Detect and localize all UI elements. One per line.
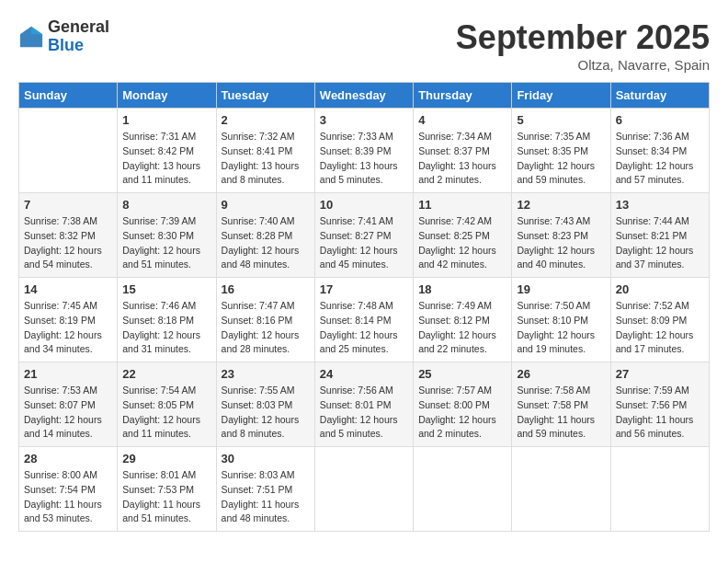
day-info: Sunrise: 7:38 AMSunset: 8:32 PMDaylight:… [24,214,112,272]
calendar-table: SundayMondayTuesdayWednesdayThursdayFrid… [18,82,710,532]
day-number: 4 [418,113,506,127]
day-info: Sunrise: 8:01 AMSunset: 7:53 PMDaylight:… [122,468,210,526]
calendar-cell: 19Sunrise: 7:50 AMSunset: 8:10 PMDayligh… [512,278,610,362]
calendar-cell: 3Sunrise: 7:33 AMSunset: 8:39 PMDaylight… [314,109,413,193]
calendar-cell: 21Sunrise: 7:53 AMSunset: 8:07 PMDayligh… [19,362,118,447]
calendar-cell: 28Sunrise: 8:00 AMSunset: 7:54 PMDayligh… [19,447,118,532]
header-day-friday: Friday [512,83,610,109]
calendar-cell [610,447,709,532]
calendar-cell: 5Sunrise: 7:35 AMSunset: 8:35 PMDaylight… [512,109,610,193]
day-number: 11 [418,198,506,212]
week-row-3: 14Sunrise: 7:45 AMSunset: 8:19 PMDayligh… [19,278,710,362]
day-info: Sunrise: 7:53 AMSunset: 8:07 PMDaylight:… [24,384,112,442]
calendar-cell: 4Sunrise: 7:34 AMSunset: 8:37 PMDaylight… [414,109,512,193]
calendar-cell: 20Sunrise: 7:52 AMSunset: 8:09 PMDayligh… [610,278,709,362]
week-row-2: 7Sunrise: 7:38 AMSunset: 8:32 PMDaylight… [19,193,710,278]
day-info: Sunrise: 7:42 AMSunset: 8:25 PMDaylight:… [418,214,506,272]
calendar-cell: 25Sunrise: 7:57 AMSunset: 8:00 PMDayligh… [414,362,512,447]
day-info: Sunrise: 7:44 AMSunset: 8:21 PMDaylight:… [616,214,704,272]
logo-text: General Blue [48,18,109,55]
day-number: 27 [616,367,704,381]
day-info: Sunrise: 7:32 AMSunset: 8:41 PMDaylight:… [222,130,310,188]
calendar-cell: 16Sunrise: 7:47 AMSunset: 8:16 PMDayligh… [216,278,314,362]
day-info: Sunrise: 7:33 AMSunset: 8:39 PMDaylight:… [320,130,408,188]
day-info: Sunrise: 7:31 AMSunset: 8:42 PMDaylight:… [122,130,210,188]
day-number: 30 [222,452,310,465]
logo-blue-text: Blue [48,37,109,55]
logo: General Blue [18,18,109,55]
week-row-5: 28Sunrise: 8:00 AMSunset: 7:54 PMDayligh… [19,447,710,532]
calendar-cell: 26Sunrise: 7:58 AMSunset: 7:58 PMDayligh… [512,362,610,447]
day-number: 8 [122,198,210,212]
header-day-thursday: Thursday [414,83,512,109]
day-number: 22 [122,367,210,381]
calendar-cell: 13Sunrise: 7:44 AMSunset: 8:21 PMDayligh… [610,193,709,278]
calendar-header: SundayMondayTuesdayWednesdayThursdayFrid… [19,83,710,109]
calendar-cell: 27Sunrise: 7:59 AMSunset: 7:56 PMDayligh… [610,362,709,447]
day-info: Sunrise: 7:40 AMSunset: 8:28 PMDaylight:… [222,214,310,272]
day-info: Sunrise: 7:34 AMSunset: 8:37 PMDaylight:… [418,130,506,188]
day-number: 1 [122,113,210,127]
day-info: Sunrise: 7:48 AMSunset: 8:14 PMDaylight:… [320,299,408,357]
header-day-wednesday: Wednesday [314,83,413,109]
svg-marker-1 [31,27,42,34]
day-number: 21 [24,367,112,381]
header-day-saturday: Saturday [610,83,709,109]
header-day-sunday: Sunday [19,83,118,109]
logo-icon [18,24,44,50]
day-info: Sunrise: 7:49 AMSunset: 8:12 PMDaylight:… [418,299,506,357]
day-number: 13 [616,198,704,212]
day-number: 24 [320,367,408,381]
calendar-cell [19,109,118,193]
header-day-tuesday: Tuesday [216,83,314,109]
calendar-cell: 1Sunrise: 7:31 AMSunset: 8:42 PMDaylight… [118,109,216,193]
page-header: General Blue September 2025 Oltza, Navar… [18,18,710,73]
day-info: Sunrise: 7:55 AMSunset: 8:03 PMDaylight:… [222,384,310,442]
calendar-cell: 8Sunrise: 7:39 AMSunset: 8:30 PMDaylight… [118,193,216,278]
day-number: 3 [320,113,408,127]
day-number: 18 [418,282,506,296]
month-title: September 2025 [456,18,710,57]
day-number: 15 [122,282,210,296]
week-row-1: 1Sunrise: 7:31 AMSunset: 8:42 PMDaylight… [19,109,710,193]
day-info: Sunrise: 7:57 AMSunset: 8:00 PMDaylight:… [418,384,506,442]
calendar-cell: 18Sunrise: 7:49 AMSunset: 8:12 PMDayligh… [414,278,512,362]
day-info: Sunrise: 7:43 AMSunset: 8:23 PMDaylight:… [517,214,605,272]
day-info: Sunrise: 7:58 AMSunset: 7:58 PMDaylight:… [517,384,605,442]
calendar-cell: 22Sunrise: 7:54 AMSunset: 8:05 PMDayligh… [118,362,216,447]
calendar-cell: 12Sunrise: 7:43 AMSunset: 8:23 PMDayligh… [512,193,610,278]
day-number: 9 [222,198,310,212]
day-number: 10 [320,198,408,212]
day-info: Sunrise: 7:45 AMSunset: 8:19 PMDaylight:… [24,299,112,357]
day-number: 16 [222,282,310,296]
day-number: 6 [616,113,704,127]
day-info: Sunrise: 7:47 AMSunset: 8:16 PMDaylight:… [222,299,310,357]
day-info: Sunrise: 7:36 AMSunset: 8:34 PMDaylight:… [616,130,704,188]
calendar-cell: 14Sunrise: 7:45 AMSunset: 8:19 PMDayligh… [19,278,118,362]
day-info: Sunrise: 7:56 AMSunset: 8:01 PMDaylight:… [320,384,408,442]
location-subtitle: Oltza, Navarre, Spain [456,57,710,73]
calendar-cell: 24Sunrise: 7:56 AMSunset: 8:01 PMDayligh… [314,362,413,447]
day-number: 5 [517,113,605,127]
day-number: 17 [320,282,408,296]
day-info: Sunrise: 7:52 AMSunset: 8:09 PMDaylight:… [616,299,704,357]
day-number: 19 [517,282,605,296]
day-number: 29 [122,452,210,465]
day-number: 25 [418,367,506,381]
day-info: Sunrise: 7:39 AMSunset: 8:30 PMDaylight:… [122,214,210,272]
day-info: Sunrise: 8:03 AMSunset: 7:51 PMDaylight:… [222,468,310,526]
day-info: Sunrise: 7:46 AMSunset: 8:18 PMDaylight:… [122,299,210,357]
calendar-cell: 6Sunrise: 7:36 AMSunset: 8:34 PMDaylight… [610,109,709,193]
calendar-cell: 7Sunrise: 7:38 AMSunset: 8:32 PMDaylight… [19,193,118,278]
calendar-cell: 11Sunrise: 7:42 AMSunset: 8:25 PMDayligh… [414,193,512,278]
calendar-cell [314,447,413,532]
day-info: Sunrise: 7:54 AMSunset: 8:05 PMDaylight:… [122,384,210,442]
calendar-body: 1Sunrise: 7:31 AMSunset: 8:42 PMDaylight… [19,109,710,532]
calendar-cell [414,447,512,532]
day-number: 12 [517,198,605,212]
day-info: Sunrise: 7:35 AMSunset: 8:35 PMDaylight:… [517,130,605,188]
day-number: 28 [24,452,112,465]
day-number: 7 [24,198,112,212]
logo-general-text: General [48,18,109,37]
day-info: Sunrise: 8:00 AMSunset: 7:54 PMDaylight:… [24,468,112,526]
